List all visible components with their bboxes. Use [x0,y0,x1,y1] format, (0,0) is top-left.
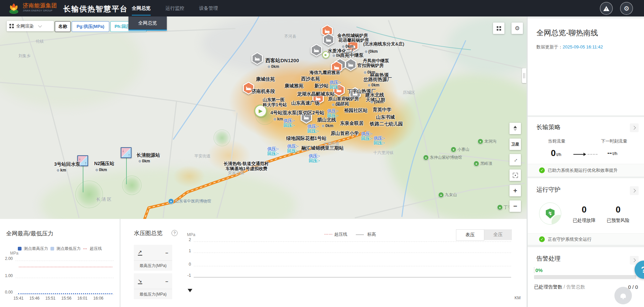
pg-supply-pressure-button[interactable]: Pg:供压(MPa) [72,21,109,32]
x-axis-line [194,277,511,277]
updated-label: 数据更新于： [536,44,563,49]
logo-text: 济南能源集团 JINAN ENERGY GROUP [23,3,57,12]
help-icon[interactable]: ? [172,230,178,236]
fullscreen-button[interactable] [509,169,521,181]
jinan-energy-logo [7,2,20,15]
legend-label-min: 测点最低压力 [56,246,81,252]
factory-icon [312,45,321,55]
nav-tab-monitoring[interactable]: 运行监控 [165,0,184,16]
warning-triangle-icon: ! [603,6,609,11]
zoom-out-button[interactable]: − [509,200,521,212]
y-tick-label: 2.00 [3,256,13,261]
alert-button[interactable]: ! [600,2,613,15]
chevron-right-icon [632,126,636,129]
compass-control[interactable] [509,123,521,134]
legend-swatch-max [18,247,22,251]
strategy-expand-button[interactable] [630,123,639,132]
chevron-right-icon [632,258,636,262]
gridline [194,253,511,253]
map-distance-label: ⊕0km [368,83,379,87]
x-axis-unit: KM [515,296,521,300]
map-distance-label: ⊕0km [95,167,107,172]
profile-start-marker[interactable] [188,289,192,292]
strategy-title: 长输策略 [536,123,561,131]
pressure-readout-label: 供压:-回压:- [327,109,338,118]
map-area-label: 平安街道 [194,153,211,159]
y-tick-label: 2 [180,237,191,242]
map-station-label: 西沙名苑 [301,76,320,82]
gear-icon: ⚙ [623,5,629,12]
current-flow-label: 当前流量 [548,138,565,144]
map-station-label: 融汇城锦绣里三期站 [301,145,344,151]
settings-button[interactable]: ⚙ [620,2,633,15]
layer-render-selector[interactable]: 全网渲染 [7,21,54,31]
panel-collapse-handle[interactable] [522,68,526,83]
expand-map-button[interactable]: ↔ [509,154,521,165]
page-title: 长输供热智慧平台 [63,4,128,14]
map-area-label: 历城区 [403,90,415,95]
map-station-label: 康城佳苑 [256,76,275,82]
next-flow-label: 下一时刻流量 [601,138,627,144]
map-poi-label: ▲山东省中医药博物馆 [168,198,211,204]
hydraulic-legend: ⋯⋯ 超压线 标高 [324,231,376,237]
arrow-up-icon [514,124,517,128]
arrow-up-icon: ↑ [85,160,87,165]
gauge-pressure-tab[interactable]: 表压 [456,229,484,241]
nav-tab-overview[interactable]: 全网总览 [132,0,151,16]
map-canvas[interactable]: ▶▶↓↑↓↑西客站DN1200金色悦城锅炉房花语馨苑锅炉房(北水南线东分支&庄)… [0,0,527,219]
full-pressure-tab[interactable]: 全压 [484,229,512,240]
map-distance-label: ⊕0km [342,44,353,49]
map-distance-label: ⊕0km [267,64,279,69]
station-marker-hex-gray[interactable] [311,44,322,56]
current-flow-value: 0t/h [551,148,561,158]
notification-bell-button[interactable] [614,287,632,304]
map-station-label: 康城雅苑 [285,83,303,89]
network-pressure-panel: 全网最高/最低压力 测点最高压力 测点最低压力 ⋯ 超压线 MPa 2.001.… [0,219,120,307]
logo-title: 济南能源集团 [23,3,57,8]
zoom-in-button[interactable]: + [509,185,521,196]
crosshair-icon: ⊕ [342,44,345,48]
layout-grid-button[interactable] [493,23,504,34]
pump-station-marker[interactable]: ↓↑ [121,147,131,158]
alarm-card: 告警处理 0% 已处理告警数 / 告警总数 0 / 0 ? [528,247,644,307]
max-pressure-label: 最高压力(MPa) [134,261,172,271]
map-poi-label: ▲小寨山 [451,147,469,152]
map-settings-button[interactable]: ⚙ [512,23,523,34]
crosshair-icon: ⊕ [138,159,141,163]
subtab-overview[interactable]: 全网总览 [128,16,167,31]
station-marker-hex-gray[interactable] [323,33,334,46]
station-marker-hex-gray[interactable] [252,52,263,65]
map-distance-label: ⊕km [56,168,66,172]
legend-label-overpressure: 超压线 [90,246,102,252]
name-toggle-button[interactable]: 名称 [55,21,71,32]
crosshair-icon: ⊕ [95,168,98,172]
factory-icon [253,53,262,64]
guard-expand-button[interactable] [630,186,639,195]
map-station-label: 新沙站 [314,83,329,89]
map-distance-label: ⊕(0km [365,49,378,54]
arrow-down-icon: ↓ [122,148,124,153]
chevron-right-icon [632,189,636,192]
factory-icon [324,34,333,45]
app-root: ▶▶↓↑↓↑西客站DN1200金色悦城锅炉房花语馨苑锅炉房(北水南线东分支&庄)… [0,0,644,307]
x-tick-label: 15:41 [12,296,25,301]
map-distance-label: ⊕0km [332,53,344,58]
pressure-readout-label: 供压:-回压:- [309,154,320,163]
crosshair-icon: ⊕ [370,100,373,104]
map-station-label: N2隔压站 [94,161,114,167]
arrow-down-right-icon: ↘ [138,278,142,284]
pressure-readout-label: 供压:-回压:- [287,144,298,154]
map-station-label: (北水南线东分支&庄) [363,41,404,47]
nav-tab-devices[interactable]: 设备管理 [199,0,218,16]
map-station-label: 科大学1号站 [263,102,287,108]
satellite-toggle-button[interactable]: 卫星 [509,139,521,150]
gear-icon: ⚙ [515,25,520,32]
map-distance-label: ⊕(0km [370,100,383,104]
station-marker-hex-gray[interactable] [345,58,356,71]
x-tick-label: 16:01 [76,296,89,301]
legend-label-overpressure: 超压线 [334,232,347,237]
map-area-label: 伦镇 [36,39,44,44]
check-icon: ✓ [539,167,545,173]
map-poi-label: ▲黑峪顶 [473,161,492,166]
y-axis-unit: MPa [187,232,195,237]
